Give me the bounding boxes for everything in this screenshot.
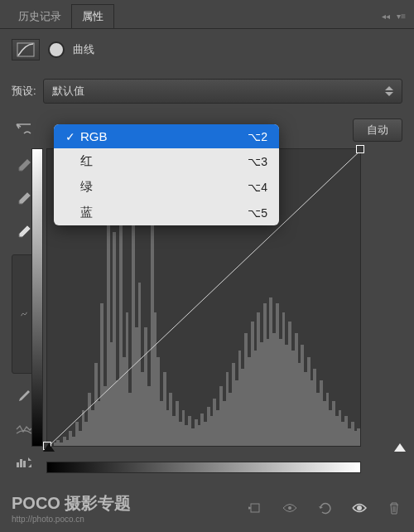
reset-icon[interactable] [316,501,333,515]
svg-point-6 [248,507,251,510]
channel-option[interactable]: 绿⌥4 [54,174,279,200]
footer: POCO 摄影专题 http://photo.poco.cn [0,492,414,524]
footer-actions [247,501,402,515]
tab-properties[interactable]: 属性 [71,4,114,28]
input-white-slider[interactable] [394,443,406,452]
auto-button[interactable]: 自动 [353,118,402,142]
preset-value: 默认值 [52,84,84,99]
preset-row: 预设: 默认值 [0,70,414,112]
curve-handle-highlight[interactable] [356,145,364,153]
channel-option[interactable]: ✓RGB⌥2 [54,124,279,148]
collapse-icon[interactable]: ◂◂ [382,12,390,21]
output-gradient [31,148,43,447]
svg-rect-3 [23,461,26,467]
on-image-tool-icon[interactable] [12,120,36,140]
input-gradient [46,462,361,473]
svg-rect-2 [20,459,22,467]
view-previous-icon[interactable] [282,501,298,515]
svg-rect-5 [251,504,259,512]
tabs: 历史记录 属性 ◂◂ ▾≡ [0,0,414,29]
channel-dropdown: ✓RGB⌥2红⌥3绿⌥4蓝⌥5 [54,124,279,225]
channel-option[interactable]: 红⌥3 [54,148,279,174]
panel-header: 曲线 [0,29,414,70]
layer-mask-icon[interactable] [48,41,65,58]
histogram-options-icon[interactable] [12,452,36,473]
preset-label: 预设: [12,84,36,99]
panel-controls: ◂◂ ▾≡ [382,12,406,21]
menu-icon[interactable]: ▾≡ [397,12,406,21]
tab-history[interactable]: 历史记录 [8,5,71,28]
adjustment-title: 曲线 [73,42,94,57]
svg-point-8 [357,505,362,510]
curves-adjustment-icon[interactable] [12,39,40,60]
svg-point-7 [288,506,291,510]
visibility-icon[interactable] [351,501,368,515]
trash-icon[interactable] [386,501,402,515]
watermark: POCO 摄影专题 http://photo.poco.cn [12,492,131,524]
svg-rect-1 [17,462,19,467]
channel-option[interactable]: 蓝⌥5 [54,200,279,225]
preset-select[interactable]: 默认值 [43,79,402,104]
input-black-slider[interactable] [43,443,55,452]
svg-rect-0 [17,43,34,56]
clip-to-layer-icon[interactable] [247,501,263,515]
